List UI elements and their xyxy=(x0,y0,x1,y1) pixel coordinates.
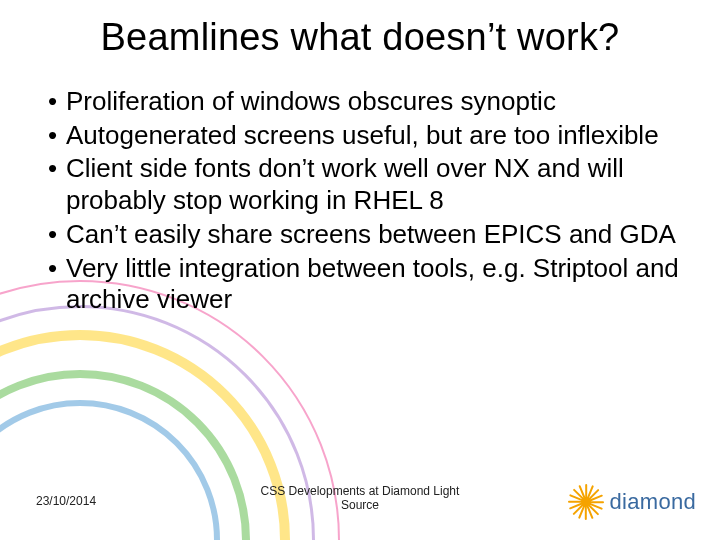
body-text: Proliferation of windows obscures synopt… xyxy=(48,86,680,318)
page-title: Beamlines what doesn’t work? xyxy=(0,16,720,59)
sunburst-icon xyxy=(568,484,604,520)
logo: diamond xyxy=(568,484,697,520)
bullet-list: Proliferation of windows obscures synopt… xyxy=(48,86,680,316)
list-item: Can’t easily share screens between EPICS… xyxy=(48,219,680,251)
list-item: Proliferation of windows obscures synopt… xyxy=(48,86,680,118)
slide: Beamlines what doesn’t work? Proliferati… xyxy=(0,0,720,540)
list-item: Very little integration between tools, e… xyxy=(48,253,680,316)
logo-text: diamond xyxy=(610,489,697,515)
list-item: Client side fonts don’t work well over N… xyxy=(48,153,680,216)
list-item: Autogenerated screens useful, but are to… xyxy=(48,120,680,152)
